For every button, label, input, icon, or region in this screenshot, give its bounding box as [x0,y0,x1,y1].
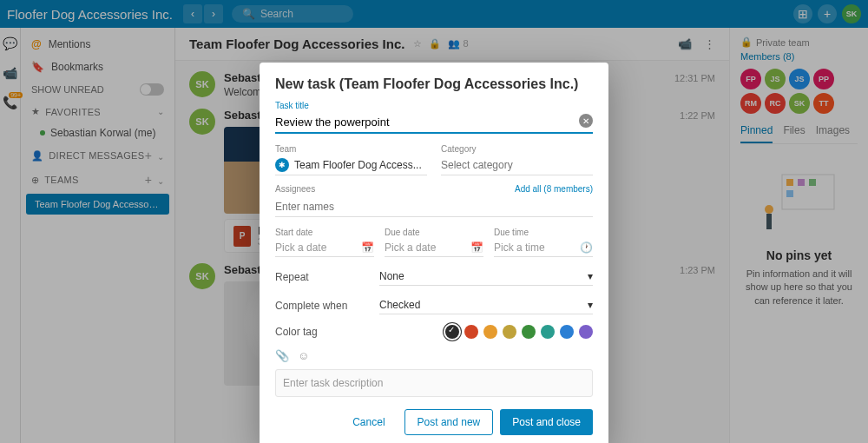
new-task-modal: New task (Team Floofer Dog Accessories I… [260,63,608,443]
post-and-new-button[interactable]: Post and new [404,409,494,435]
clear-icon[interactable]: ✕ [579,114,593,128]
task-title-input[interactable] [275,112,593,134]
color-option[interactable] [445,325,459,339]
color-option[interactable] [560,325,574,339]
repeat-select[interactable]: None▾ [379,268,593,286]
due-time-label: Due time [494,228,593,237]
color-option[interactable] [541,325,555,339]
assignees-label: Assignees [275,184,315,194]
task-title-label: Task title [275,101,593,110]
due-date-input[interactable]: Pick a date📅 [385,239,483,257]
chevron-down-icon: ▾ [588,299,593,311]
color-option[interactable] [464,325,478,339]
start-date-label: Start date [275,228,374,237]
color-tag-label: Color tag [275,326,318,338]
clock-icon: 🕐 [580,241,593,254]
calendar-icon: 📅 [470,241,483,254]
emoji-icon[interactable]: ☺ [298,349,309,362]
complete-when-label: Complete when [275,300,379,312]
team-icon: ✱ [275,158,289,172]
color-option[interactable] [483,325,497,339]
color-option[interactable] [522,325,536,339]
color-options [445,325,593,339]
category-select[interactable] [441,155,593,175]
team-label: Team [275,144,427,154]
due-date-label: Due date [385,228,483,237]
calendar-icon: 📅 [361,241,374,254]
team-select[interactable]: ✱ Team Floofer Dog Access... [275,155,427,175]
attach-icon[interactable]: 📎 [275,349,289,362]
color-option[interactable] [503,325,516,339]
assignees-input[interactable] [275,197,593,217]
description-input[interactable]: Enter task description [275,369,593,397]
modal-overlay[interactable]: New task (Team Floofer Dog Accessories I… [0,0,868,443]
add-all-link[interactable]: Add all (8 members) [515,184,593,194]
post-and-close-button[interactable]: Post and close [500,409,593,435]
due-time-input[interactable]: Pick a time🕐 [494,239,593,257]
chevron-down-icon: ▾ [588,270,593,282]
repeat-label: Repeat [275,271,379,283]
category-label: Category [441,144,593,154]
start-date-input[interactable]: Pick a date📅 [275,239,374,257]
color-option[interactable] [579,325,593,339]
cancel-button[interactable]: Cancel [340,409,397,435]
complete-when-select[interactable]: Checked▾ [379,296,593,314]
modal-title: New task (Team Floofer Dog Accessories I… [275,76,593,92]
